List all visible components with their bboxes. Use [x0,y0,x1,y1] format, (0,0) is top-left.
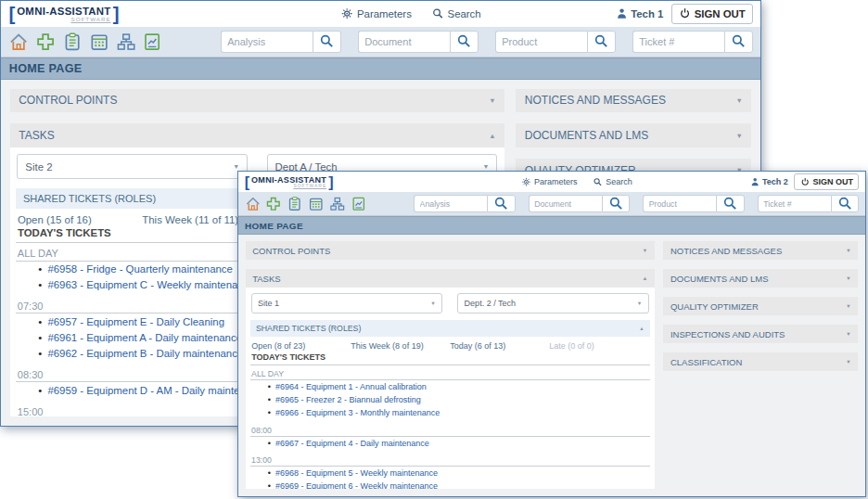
ticket-link[interactable]: #6962 - Equipment B - Daily maintenance [47,348,243,359]
ticket-search-button[interactable] [724,31,753,53]
ticket-link[interactable]: #6969 - Equipment 6 - Weekly maintenance [275,481,438,489]
panel-tasks[interactable]: TASKS ▲ [10,123,505,147]
panel-quality-optimizer[interactable]: QUALITY OPTIMIZER ▼ [663,297,858,315]
parameters-menu[interactable]: Parameters [521,177,577,186]
search-icon [722,196,738,211]
checklist-icon[interactable] [62,32,83,52]
tasks-body: Site 1 ▼ Dept. 2 / Tech ▼ SHARED TICKETS… [246,288,655,489]
analysis-search-input[interactable] [414,195,487,212]
panel-inspections-and-audits[interactable]: INSPECTIONS AND AUDITS ▼ [663,325,858,343]
chevron-down-icon: ▼ [233,163,239,170]
search-icon [594,177,603,186]
panel-notices-and-messages[interactable]: NOTICES AND MESSAGES ▼ [516,89,751,112]
search-icon [731,33,747,49]
document-search-button[interactable] [450,31,479,53]
ticket-link[interactable]: #6959 - Equipment D - AM - Daily mainten… [47,385,268,396]
ticket-stats: Open (8 of 23) This Week (8 of 19) Today… [250,337,650,352]
sitemap-icon[interactable] [329,196,346,212]
search-label: Search [606,177,632,186]
ticket-link[interactable]: #6964 - Equipment 1 - Annual calibration [275,382,427,391]
ticket-link[interactable]: #6966 - Equipment 3 - Monthly maintenanc… [275,408,440,417]
analysis-search-button[interactable] [313,31,341,53]
search-icon [594,33,609,49]
ticket-link[interactable]: #6967 - Equipment 4 - Daily maintenance [275,439,429,448]
user-chip[interactable]: Tech 2 [750,177,788,186]
list-item: •#6969 - Equipment 6 - Weekly maintenanc… [250,480,650,489]
page-title: HOME PAGE [1,58,760,80]
checklist-icon[interactable] [287,196,303,212]
product-search-button[interactable] [716,195,745,212]
search-menu[interactable]: Search [594,177,632,186]
analysis-search-input[interactable] [221,31,313,53]
parameters-menu[interactable]: Parameters [341,7,412,19]
shared-tickets-label: SHARED TICKETS (ROLES) [23,193,156,204]
bullet-icon: • [268,481,271,489]
list-item: •#6965 - Freezer 2 - Biannual defrosting [250,393,650,406]
site-select[interactable]: Site 2 ▼ [17,154,248,179]
panel-control-points[interactable]: CONTROL POINTS ▼ [246,241,655,260]
document-search-input[interactable] [529,195,602,212]
page-title: HOME PAGE [238,216,865,234]
product-search-input[interactable] [643,195,716,212]
panel-title: NOTICES AND MESSAGES [525,94,666,107]
list-item: •#6964 - Equipment 1 - Annual calibratio… [250,380,650,393]
ticket-link[interactable]: #6965 - Freezer 2 - Biannual defrosting [275,395,421,404]
report-icon[interactable] [142,32,162,52]
panel-documents-and-lms[interactable]: DOCUMENTS AND LMS ▼ [663,269,858,288]
power-icon [679,7,691,19]
chevron-down-icon: ▼ [846,275,851,281]
search-menu[interactable]: Search [431,7,480,19]
add-icon[interactable] [265,196,282,212]
product-search-input[interactable] [495,31,587,53]
logo-bracket-right: ] [113,6,120,22]
sign-out-button[interactable]: SIGN OUT [671,4,753,23]
ticket-link[interactable]: #6963 - Equipment C - Weekly maintenance [47,279,254,290]
report-icon[interactable] [351,196,367,212]
panel-notices-and-messages[interactable]: NOTICES AND MESSAGES ▼ [663,241,858,260]
ticket-search-input[interactable] [632,31,724,53]
top-bar: [ OMNI-ASSISTANT SOFTWARE ] Parameters S… [238,172,865,192]
chevron-down-icon: ▼ [642,248,647,253]
sitemap-icon[interactable] [116,32,136,52]
panel-tasks[interactable]: TASKS ▲ [246,269,655,288]
calendar-icon[interactable] [308,196,325,212]
search-icon [456,33,472,49]
add-icon[interactable] [35,32,56,52]
home-icon[interactable] [8,32,29,52]
document-search-button[interactable] [602,195,631,212]
analysis-search-button[interactable] [487,195,516,212]
product-search-button[interactable] [587,31,616,53]
home-icon[interactable] [245,196,262,212]
panel-title: NOTICES AND MESSAGES [670,246,782,256]
bullet-icon: • [268,439,271,448]
search-icon [837,196,853,211]
user-chip[interactable]: Tech 1 [616,7,664,19]
sign-out-button[interactable]: SIGN OUT [794,173,859,189]
logo-bracket-right: ] [328,175,333,189]
document-search-input[interactable] [358,31,450,53]
panel-documents-and-lms[interactable]: DOCUMENTS AND LMS ▼ [516,123,751,147]
sign-out-label: SIGN OUT [812,177,853,186]
ticket-link[interactable]: #6961 - Equipment A - Daily maintenance [47,332,242,343]
panel-control-points[interactable]: CONTROL POINTS ▼ [10,89,505,112]
chevron-down-icon: ▼ [735,132,742,140]
ticket-search-button[interactable] [831,195,860,212]
ticket-link[interactable]: #6957 - Equipment E - Daily Cleaning [47,316,224,327]
chevron-down-icon: ▼ [846,248,851,253]
search-label: Search [448,8,481,19]
shared-tickets-header[interactable]: SHARED TICKETS (ROLES) ▲ [250,320,650,336]
search-icon [319,33,335,49]
user-name: Tech 1 [631,8,663,19]
calendar-icon[interactable] [89,32,109,52]
ticket-time-group: 13:00 •#6968 - Equipment 5 - Weekly main… [250,452,650,489]
chevron-down-icon: ▼ [489,96,495,105]
ticket-link[interactable]: #6968 - Equipment 5 - Weekly maintenance [275,468,438,478]
site-select[interactable]: Site 1 ▼ [251,293,442,313]
ticket-search-input[interactable] [758,195,831,212]
search-icon [493,196,509,211]
ticket-link[interactable]: #6958 - Fridge - Quarterly maintenance [47,263,232,275]
panel-title: DOCUMENTS AND LMS [670,274,769,284]
time-label: 13:00 [250,452,650,467]
dept-select[interactable]: Dept. 2 / Tech ▼ [457,293,648,313]
panel-classification[interactable]: CLASSIFICATION ▼ [663,352,858,371]
